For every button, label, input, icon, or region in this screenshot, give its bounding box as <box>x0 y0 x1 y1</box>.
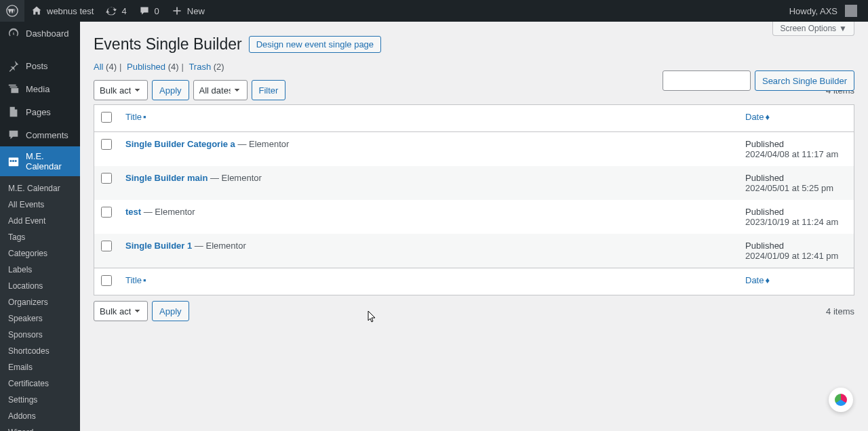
apply-button-bottom[interactable]: Apply <box>152 301 189 321</box>
col-date-header[interactable]: Date ♦ <box>738 105 854 132</box>
submenu-item[interactable]: Emails <box>0 359 80 375</box>
row-suffix: — Elementor <box>141 207 195 217</box>
filter-published[interactable]: Published <box>127 62 165 72</box>
menu-comments[interactable]: Comments <box>0 123 80 146</box>
submenu-item[interactable]: Certificates <box>0 375 80 392</box>
update-icon <box>104 4 118 18</box>
filter-button[interactable]: Filter <box>252 80 286 100</box>
home-icon <box>30 4 43 18</box>
submenu-item[interactable]: M.E. Calendar <box>0 180 80 197</box>
sort-icon: ▪ <box>143 112 146 122</box>
submenu-item[interactable]: Settings <box>0 392 80 408</box>
menu-label: Pages <box>26 107 51 117</box>
row-check-cell <box>94 166 119 200</box>
new-content-link[interactable]: New <box>165 0 210 22</box>
admin-sidebar: Dashboard Posts Media Pages Comments M.E… <box>0 22 80 431</box>
help-float-button[interactable] <box>829 388 853 412</box>
select-all-header <box>94 105 119 132</box>
admin-bar: webnus test 4 0 New Howdy, AXS <box>0 0 868 22</box>
site-name: webnus test <box>47 6 94 16</box>
row-title-cell: Single Builder Categorie a — Elementor <box>119 132 738 166</box>
bulk-actions-select-bottom[interactable]: Bulk actions <box>94 301 148 321</box>
row-suffix: — Elementor <box>192 241 245 251</box>
screen-options-button[interactable]: Screen Options ▼ <box>772 22 854 36</box>
bulk-actions-select[interactable]: Bulk actions <box>94 80 148 100</box>
table-row: Single Builder Categorie a — ElementorPu… <box>94 132 854 166</box>
menu-media[interactable]: Media <box>0 77 80 100</box>
filter-all-count: (4) <box>106 62 117 72</box>
updates-link[interactable]: 4 <box>99 0 132 22</box>
select-all-checkbox[interactable] <box>101 112 112 123</box>
menu-label: Posts <box>26 61 48 71</box>
plus-icon <box>170 4 184 18</box>
submenu-item[interactable]: Addons <box>0 408 80 424</box>
updates-count: 4 <box>121 6 126 16</box>
svg-rect-2 <box>10 160 12 162</box>
svg-rect-3 <box>12 160 14 162</box>
screen-options-label: Screen Options <box>780 24 836 33</box>
select-all-checkbox[interactable] <box>101 275 112 286</box>
site-link[interactable]: webnus test <box>24 0 99 22</box>
row-title-link[interactable]: test <box>125 207 141 217</box>
menu-label: Dashboard <box>26 28 69 39</box>
dashboard-icon <box>7 26 20 40</box>
main-content: Screen Options ▼ Events Single Builder D… <box>80 22 868 431</box>
date-filter-select[interactable]: All dates <box>193 80 248 100</box>
caret-down-icon: ▼ <box>839 24 847 33</box>
submenu-item[interactable]: Categories <box>0 245 80 262</box>
menu-posts[interactable]: Posts <box>0 54 80 77</box>
col-title-footer[interactable]: Title ▪ <box>119 268 738 295</box>
submenu-item[interactable]: Wizard <box>0 424 80 431</box>
menu-label: Comments <box>26 130 68 140</box>
menu-label: M.E. Calendar <box>26 151 73 171</box>
row-title-link[interactable]: Single Builder 1 <box>125 241 192 251</box>
table-row: test — ElementorPublished2023/10/19 at 1… <box>94 200 854 234</box>
comments-count: 0 <box>155 6 159 16</box>
search-input[interactable] <box>663 70 751 91</box>
submenu-item[interactable]: Shortcodes <box>0 343 80 359</box>
col-date-footer[interactable]: Date ♦ <box>738 268 854 295</box>
row-title-link[interactable]: Single Builder Categorie a <box>125 139 235 149</box>
submenu-item[interactable]: Tags <box>0 229 80 245</box>
row-date: 2023/10/19 at 11:24 am <box>745 217 838 227</box>
filter-all[interactable]: All <box>94 62 103 72</box>
row-status: Published <box>745 207 784 217</box>
avatar <box>845 5 857 17</box>
menu-pages[interactable]: Pages <box>0 100 80 123</box>
media-icon <box>7 82 20 96</box>
submenu-item[interactable]: Speakers <box>0 310 80 327</box>
sort-icon: ♦ <box>765 112 770 122</box>
row-checkbox[interactable] <box>101 173 112 184</box>
menu-dashboard[interactable]: Dashboard <box>0 22 80 45</box>
account-link[interactable]: Howdy, AXS <box>784 0 863 22</box>
page-heading: Events Single Builder Design new event s… <box>94 35 854 54</box>
menu-label: Media <box>26 84 50 94</box>
apply-button[interactable]: Apply <box>152 80 189 100</box>
wp-logo[interactable] <box>0 0 24 22</box>
submenu-item[interactable]: Organizers <box>0 294 80 310</box>
submenu-item[interactable]: Labels <box>0 262 80 278</box>
filter-trash-count: (2) <box>214 62 224 72</box>
submenu-item[interactable]: All Events <box>0 197 80 213</box>
row-checkbox[interactable] <box>101 241 112 251</box>
row-check-cell <box>94 132 119 166</box>
row-checkbox[interactable] <box>101 139 112 150</box>
menu-mec-calendar[interactable]: M.E. Calendar <box>0 146 80 176</box>
select-all-footer <box>94 268 119 295</box>
tablenav-bottom: Bulk actions Apply 4 items <box>94 301 854 321</box>
submenu-item[interactable]: Add Event <box>0 213 80 229</box>
filter-trash[interactable]: Trash <box>189 62 211 72</box>
row-check-cell <box>94 234 119 268</box>
add-new-button[interactable]: Design new event single page <box>249 36 381 53</box>
submenu-item[interactable]: Locations <box>0 278 80 294</box>
row-status: Published <box>745 241 784 251</box>
col-title-header[interactable]: Title ▪ <box>119 105 738 132</box>
submenu-item[interactable]: Sponsors <box>0 327 80 343</box>
table-row: Single Builder main — ElementorPublished… <box>94 166 854 200</box>
color-wheel-icon <box>835 394 847 406</box>
svg-rect-4 <box>15 160 17 162</box>
comments-link[interactable]: 0 <box>132 0 165 22</box>
row-title-link[interactable]: Single Builder main <box>125 173 208 183</box>
row-checkbox[interactable] <box>101 207 112 218</box>
search-button[interactable]: Search Single Builder <box>755 70 854 91</box>
